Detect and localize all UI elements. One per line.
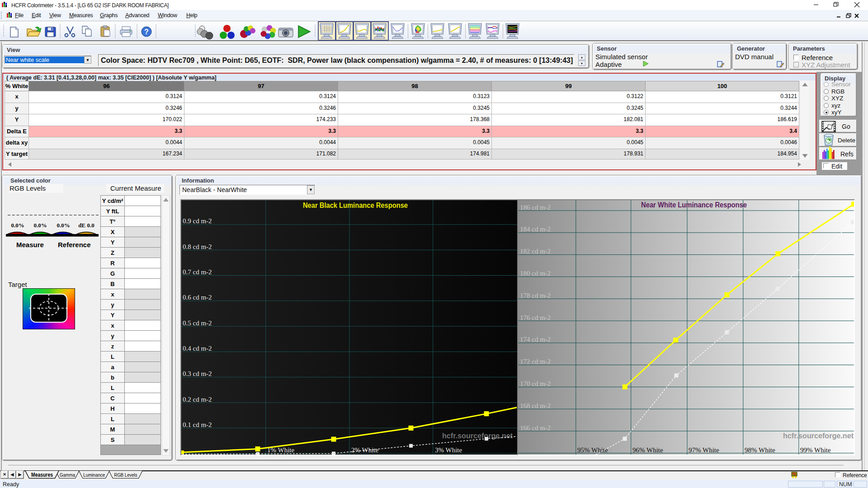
- svg-text:186 cd m-2: 186 cd m-2: [520, 204, 551, 211]
- svg-text:170 cd m-2: 170 cd m-2: [520, 380, 551, 387]
- svg-text:3% White: 3% White: [435, 446, 462, 454]
- svg-text:0.4 cd m-2: 0.4 cd m-2: [183, 345, 212, 352]
- svg-text:174 cd m-2: 174 cd m-2: [520, 336, 551, 343]
- svg-text:0.5 cd m-2: 0.5 cd m-2: [183, 319, 212, 327]
- svg-text:hcfr.sourceforge.net: hcfr.sourceforge.net: [442, 432, 513, 440]
- svg-text:180 cd m-2: 180 cd m-2: [520, 270, 551, 277]
- svg-text:176 cd m-2: 176 cd m-2: [520, 314, 551, 321]
- svg-text:95% White: 95% White: [577, 446, 608, 454]
- svg-text:?: ?: [144, 28, 149, 36]
- svg-text:168 cd m-2: 168 cd m-2: [520, 402, 551, 409]
- svg-text:184 cd m-2: 184 cd m-2: [520, 225, 551, 233]
- svg-text:0.0%: 0.0%: [11, 222, 24, 229]
- svg-text:178 cd m-2: 178 cd m-2: [520, 292, 551, 299]
- svg-text:dE 0.0: dE 0.0: [78, 222, 94, 229]
- svg-text:98% White: 98% White: [745, 446, 775, 454]
- svg-text:166 cd m-2: 166 cd m-2: [520, 424, 551, 432]
- svg-text:0.9 cd m-2: 0.9 cd m-2: [183, 217, 212, 225]
- svg-text:RGB Levels: RGB Levels: [114, 472, 137, 478]
- svg-text:0.2 cd m-2: 0.2 cd m-2: [183, 396, 212, 403]
- svg-text:172 cd m-2: 172 cd m-2: [520, 358, 551, 365]
- svg-text:Measures: Measures: [31, 472, 53, 478]
- svg-text:2% White: 2% White: [351, 446, 378, 454]
- svg-text:hcfr.sourceforge.net: hcfr.sourceforge.net: [783, 432, 854, 440]
- svg-text:Near Black Luminance Response: Near Black Luminance Response: [303, 202, 408, 209]
- svg-text:Luminance: Luminance: [83, 472, 105, 478]
- svg-text:0.7 cd m-2: 0.7 cd m-2: [183, 268, 212, 276]
- svg-text:99% White: 99% White: [800, 446, 831, 454]
- svg-text:0.6 cd m-2: 0.6 cd m-2: [183, 294, 212, 301]
- svg-text:0.1 cd m-2: 0.1 cd m-2: [183, 421, 212, 428]
- svg-text:182 cd m-2: 182 cd m-2: [520, 248, 551, 255]
- svg-text:97% White: 97% White: [689, 446, 719, 454]
- svg-text:0.8 cd m-2: 0.8 cd m-2: [183, 243, 212, 250]
- svg-text:0.0%: 0.0%: [33, 222, 47, 229]
- svg-text:0.3 cd m-2: 0.3 cd m-2: [183, 370, 212, 377]
- svg-text:Gamma: Gamma: [60, 472, 75, 478]
- svg-text:96% White: 96% White: [632, 446, 663, 454]
- svg-text:0.0%: 0.0%: [57, 222, 70, 229]
- svg-text:Near White Luminance Response: Near White Luminance Response: [641, 201, 747, 209]
